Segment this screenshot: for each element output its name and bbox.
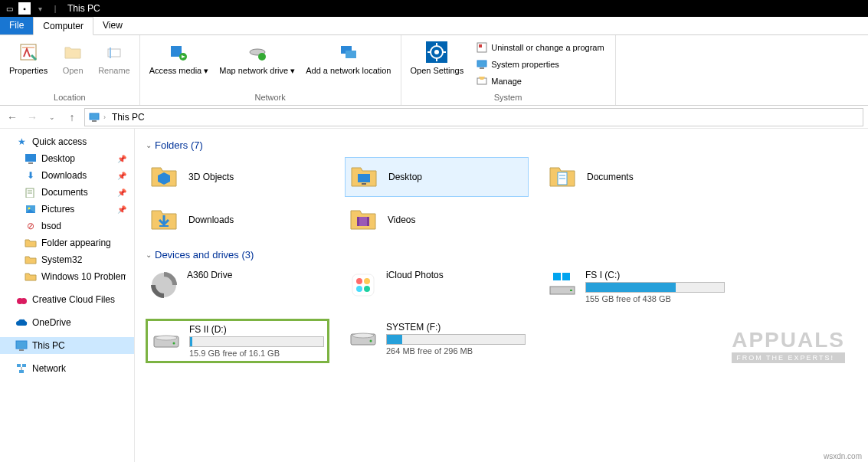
svg-rect-35 xyxy=(17,364,21,367)
tab-file[interactable]: File xyxy=(0,17,33,34)
svg-rect-50 xyxy=(352,274,374,296)
sidebar-item-folder-appearing[interactable]: Folder appearing xyxy=(0,234,134,251)
drive-item-fs-i-c-[interactable]: FS I (C:)155 GB free of 438 GB xyxy=(544,267,728,306)
sidebar-item-pictures[interactable]: Pictures 📌 xyxy=(0,201,134,218)
folders-section-header[interactable]: ⌄ Folders (7) xyxy=(146,139,857,151)
drive-name: FS I (C:) xyxy=(585,270,725,280)
folder-grid: 3D ObjectsDesktopDocumentsDownloadsVideo… xyxy=(146,157,857,240)
folder-label: Desktop xyxy=(388,172,422,182)
tab-computer[interactable]: Computer xyxy=(33,17,93,35)
forward-button[interactable]: → xyxy=(25,110,40,125)
manage-icon xyxy=(476,75,488,87)
add-location-button[interactable]: Add a network location xyxy=(301,37,395,79)
drive-item-icloud-photos[interactable]: iCloud Photos xyxy=(345,267,529,306)
svg-point-60 xyxy=(156,336,177,340)
breadcrumb-sep: › xyxy=(103,113,106,121)
network-icon xyxy=(15,362,28,375)
drive-name: FS II (D:) xyxy=(189,324,324,335)
properties-button[interactable]: Properties xyxy=(5,37,52,79)
folder-label: Videos xyxy=(388,215,415,225)
svg-rect-19 xyxy=(477,61,486,67)
pictures-icon xyxy=(25,203,37,215)
content-area: ⌄ Folders (7) 3D ObjectsDesktopDocuments… xyxy=(135,129,868,462)
svg-rect-23 xyxy=(92,120,97,122)
back-button[interactable]: ← xyxy=(5,110,20,125)
documents-icon xyxy=(25,186,37,198)
map-drive-button[interactable]: Map network drive ▾ xyxy=(215,37,300,79)
chevron-down-icon: ⌄ xyxy=(146,141,152,149)
folder-item-3d-objects[interactable]: 3D Objects xyxy=(146,157,329,197)
address-bar[interactable]: › This PC xyxy=(84,108,863,126)
up-button[interactable]: ↑ xyxy=(64,110,80,125)
ribbon-group-network: Access media ▾ Map network drive ▾ Add a… xyxy=(140,35,401,105)
devices-section-header[interactable]: ⌄ Devices and drives (3) xyxy=(146,249,857,260)
uninstall-button[interactable]: Uninstall or change a program xyxy=(473,40,607,55)
svg-point-12 xyxy=(434,50,439,54)
system-properties-button[interactable]: System properties xyxy=(473,57,607,72)
add-location-icon xyxy=(336,40,361,64)
folder-icon xyxy=(149,205,179,235)
pin-icon: 📌 xyxy=(117,155,126,163)
sidebar-item-desktop[interactable]: Desktop 📌 xyxy=(0,150,134,167)
svg-rect-18 xyxy=(479,44,482,48)
drive-item-a360-drive[interactable]: A360 Drive xyxy=(146,267,329,306)
folder-icon xyxy=(25,254,37,266)
chevron-down-icon: ▾ xyxy=(290,66,295,75)
onedrive-icon xyxy=(15,316,28,329)
folder-icon xyxy=(149,162,179,192)
svg-point-53 xyxy=(356,286,362,292)
window-title: This PC xyxy=(67,3,100,14)
folder-item-desktop[interactable]: Desktop xyxy=(345,157,529,197)
svg-point-32 xyxy=(21,298,27,304)
sidebar-item-downloads[interactable]: ⬇ Downloads 📌 xyxy=(0,167,134,184)
sidebar-item-system32[interactable]: System32 xyxy=(0,251,134,268)
sidebar-quick-access[interactable]: ★ Quick access xyxy=(0,133,134,150)
svg-point-61 xyxy=(173,342,175,345)
properties-icon xyxy=(16,40,41,64)
star-icon: ★ xyxy=(15,136,28,148)
ribbon-group-location: Properties Open Rename Location xyxy=(0,35,140,105)
sidebar-onedrive[interactable]: OneDrive xyxy=(0,314,134,331)
folder-icon xyxy=(348,205,378,235)
breadcrumb[interactable]: This PC xyxy=(109,112,148,123)
manage-button[interactable]: Manage xyxy=(473,74,607,89)
folder-item-videos[interactable]: Videos xyxy=(345,200,529,240)
rename-button: Rename xyxy=(93,37,135,79)
creative-cloud-icon xyxy=(15,293,28,306)
folder-item-downloads[interactable]: Downloads xyxy=(146,200,329,240)
svg-point-63 xyxy=(352,333,374,338)
sidebar-this-pc[interactable]: This PC xyxy=(0,337,134,354)
drive-free-text: 264 MB free of 296 MB xyxy=(386,346,526,356)
sidebar-creative-cloud[interactable]: Creative Cloud Files xyxy=(0,291,134,308)
folder-label: 3D Objects xyxy=(188,172,234,182)
rename-icon xyxy=(102,40,126,64)
open-settings-button[interactable]: Open Settings xyxy=(406,37,469,79)
qat-dropdown-icon[interactable]: ▾ xyxy=(34,2,46,15)
svg-rect-48 xyxy=(367,217,369,226)
uninstall-icon xyxy=(476,41,488,54)
drive-item-fs-ii-d-[interactable]: FS II (D:)15.9 GB free of 16.1 GB xyxy=(146,319,329,363)
sidebar-item-win10-problem[interactable]: Windows 10 Problem xyxy=(0,268,134,285)
sidebar-network[interactable]: Network xyxy=(0,360,134,377)
qat-save-icon[interactable]: ▪ xyxy=(18,2,31,15)
recent-locations-button[interactable]: ⌄ xyxy=(44,110,60,125)
sidebar-item-documents[interactable]: Documents 📌 xyxy=(0,184,134,201)
folder-icon xyxy=(349,162,379,192)
tab-view[interactable]: View xyxy=(93,17,132,34)
svg-rect-36 xyxy=(22,364,26,367)
sidebar-item-bsod[interactable]: ⊘ bsod xyxy=(0,218,134,234)
folder-icon xyxy=(25,237,37,249)
pc-icon xyxy=(88,111,100,123)
access-media-button[interactable]: Access media ▾ xyxy=(145,37,214,79)
footer-credit: wsxdn.com xyxy=(824,452,862,460)
open-button: Open xyxy=(54,37,92,79)
pc-icon xyxy=(15,339,28,352)
drive-item-system-f-[interactable]: SYSTEM (F:)264 MB free of 296 MB xyxy=(345,319,529,363)
pin-icon: 📌 xyxy=(117,205,126,214)
folder-icon: ⊘ xyxy=(25,220,37,232)
folder-item-documents[interactable]: Documents xyxy=(544,157,728,197)
svg-point-64 xyxy=(370,340,372,342)
chevron-down-icon: ⌄ xyxy=(146,251,152,259)
settings-icon xyxy=(424,40,449,64)
folder-icon xyxy=(547,162,578,192)
